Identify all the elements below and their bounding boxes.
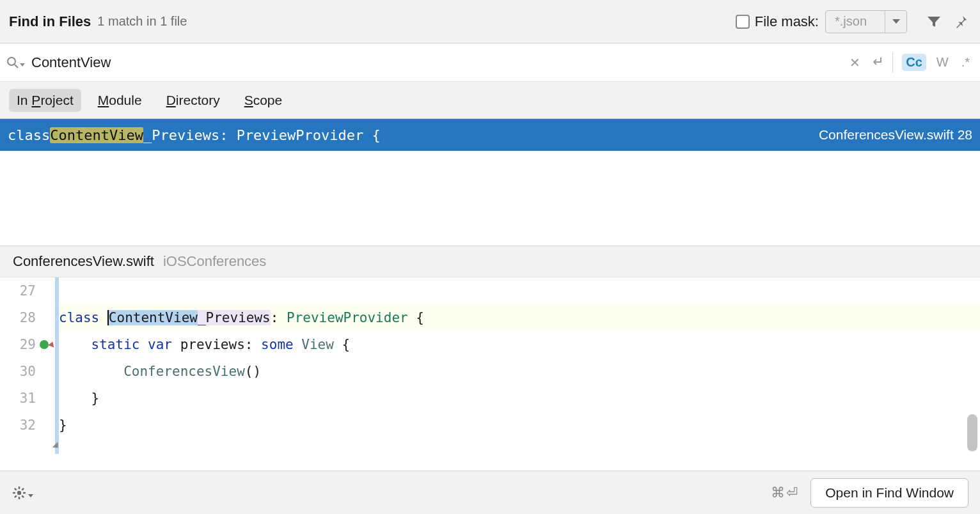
gutter: 272829303132 [0,277,55,454]
gutter-line: 32 [0,412,50,439]
file-mask-dropdown[interactable]: *.json [825,10,907,33]
footer: ⌘⏎ Open in Find Window [0,471,980,514]
scope-tab-scope[interactable]: Scope [237,89,290,112]
code-lines[interactable]: class ContentView_Previews: PreviewProvi… [59,277,980,454]
scope-tab-directory[interactable]: Directory [159,89,228,112]
gutter-line: 29 [0,331,50,358]
scope-bar: In Project Module Directory Scope [0,82,980,119]
code-line[interactable]: ConferencesView() [59,358,980,385]
regex-toggle[interactable]: .* [959,54,972,71]
svg-line-10 [22,488,24,490]
dialog-title: Find in Files [9,13,91,30]
code-line[interactable] [59,277,980,304]
filter-icon[interactable] [922,10,945,33]
svg-point-0 [8,58,15,65]
scope-tab-project[interactable]: In Project [9,89,81,112]
search-input[interactable] [28,52,847,74]
result-match: ContentView [50,127,143,143]
svg-line-1 [15,65,18,68]
pin-icon[interactable] [949,10,972,33]
search-icon[interactable] [6,56,25,69]
svg-line-7 [15,488,17,490]
gutter-line: 27 [0,277,50,304]
code-preview: 272829303132 class ContentView_Previews:… [0,277,980,454]
result-file: ConferencesView.swift 28 [819,127,972,143]
results-blank [0,151,980,245]
gutter-line: 30 [0,358,50,385]
gutter-line: 31 [0,385,50,412]
search-row: ✕ Cc W .* [0,43,980,82]
result-row[interactable]: class ContentView_Previews: PreviewProvi… [0,119,980,151]
code-line[interactable]: } [59,412,980,439]
match-case-toggle[interactable]: Cc [902,54,926,71]
result-suffix: _Previews: PreviewProvider { [143,127,381,143]
clear-icon[interactable]: ✕ [847,52,863,73]
svg-line-9 [15,495,17,497]
preview-header: ConferencesView.swift iOSConferences [0,245,980,277]
dialog-header: Find in Files 1 match in 1 file File mas… [0,0,980,43]
file-mask-label: File mask: [755,13,819,30]
newline-icon[interactable] [869,55,883,70]
svg-line-8 [22,495,24,497]
override-mark-icon[interactable] [40,340,49,349]
open-in-find-window-button[interactable]: Open in Find Window [810,478,968,508]
whole-word-toggle[interactable]: W [933,54,952,71]
preview-project: iOSConferences [163,253,266,270]
match-count: 1 match in 1 file [97,14,187,29]
svg-point-2 [17,490,21,494]
preview-file: ConferencesView.swift [13,253,154,270]
code-line[interactable]: class ContentView_Previews: PreviewProvi… [59,304,980,331]
gutter-line: 28 [0,304,50,331]
file-mask-dropdown-button[interactable] [885,11,906,33]
result-prefix: class [8,127,50,143]
shortcut-hint: ⌘⏎ [771,485,799,501]
gear-icon[interactable] [12,485,33,501]
scrollbar-thumb[interactable] [967,414,977,451]
code-line[interactable]: } [59,385,980,412]
file-mask-value: *.json [826,14,885,29]
scope-tab-module[interactable]: Module [90,89,150,112]
file-mask-checkbox[interactable] [736,15,750,29]
code-line[interactable]: static var previews: some View { [59,331,980,358]
